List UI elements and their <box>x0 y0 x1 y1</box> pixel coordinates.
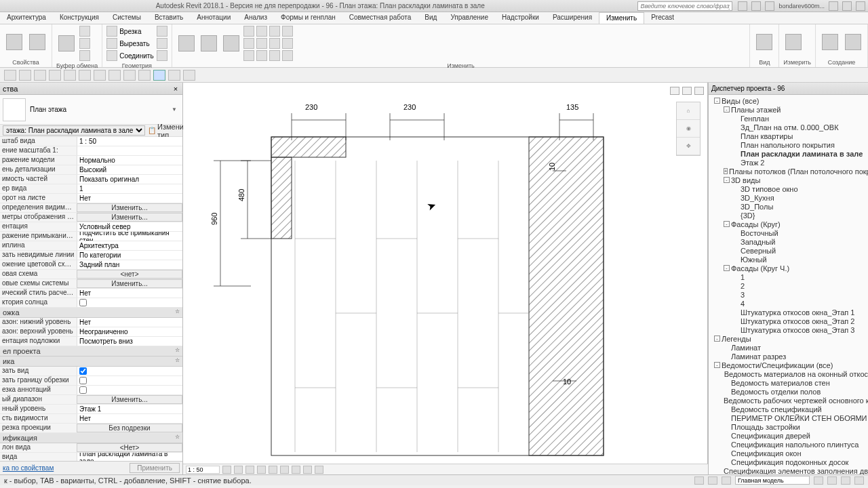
opt-3[interactable] <box>34 70 46 81</box>
create-button-2[interactable] <box>843 28 863 56</box>
sun-path-icon[interactable] <box>245 466 254 474</box>
prop-category[interactable]: ификация☆ <box>0 433 182 443</box>
ribbon-tab-0[interactable]: Архитектура <box>0 12 53 24</box>
opt-4[interactable] <box>49 70 61 81</box>
prop-value[interactable]: Высокий <box>77 165 182 174</box>
tree-node[interactable]: Ведомость материалов на оконный откос <box>709 369 868 378</box>
help-icon[interactable] <box>842 1 852 11</box>
measure-button[interactable] <box>783 28 804 56</box>
tree-node[interactable]: Ведомость материалов стен <box>709 378 868 387</box>
copy-icon[interactable] <box>79 38 90 49</box>
mod-d2[interactable] <box>282 38 293 49</box>
sb-icon-1[interactable] <box>694 476 704 485</box>
prop-checkbox[interactable] <box>79 299 87 306</box>
prop-value[interactable] <box>77 386 182 394</box>
opt-6[interactable] <box>79 70 91 81</box>
tree-node[interactable]: План раскладки ламината в зале <box>709 149 868 158</box>
username-label[interactable]: bondarev600m... <box>778 3 825 9</box>
user-icon[interactable] <box>765 1 774 11</box>
mod-d3[interactable] <box>282 50 293 61</box>
prop-value[interactable]: 1 : 50 <box>77 137 182 146</box>
ribbon-tab-2[interactable]: Системы <box>106 12 148 24</box>
ribbon-tab-1[interactable]: Конструкция <box>53 12 106 24</box>
tree-node[interactable]: Штукатурка откосов окна_Этап 1 <box>709 308 868 317</box>
nav-home-icon[interactable]: ⌂ <box>677 102 700 120</box>
tree-node[interactable]: Ведомость спецификаций <box>709 405 868 413</box>
sb-icon-4[interactable] <box>814 476 823 485</box>
tree-node[interactable]: Площадь застройки <box>709 422 868 431</box>
prop-value[interactable]: Посмотреть вниз <box>77 337 182 346</box>
opt-9[interactable] <box>123 70 136 81</box>
prop-category[interactable]: ел проекта☆ <box>0 346 182 357</box>
tree-node[interactable]: -Фасады (Круг) <box>709 220 868 228</box>
tree-node[interactable]: Западный <box>709 237 868 246</box>
apply-button[interactable]: Применить <box>130 463 180 473</box>
tree-node[interactable]: Спецификация дверей <box>709 431 868 440</box>
tree-node[interactable]: 3D_Полы <box>709 202 868 211</box>
rotate-button[interactable] <box>221 30 241 57</box>
prop-checkbox[interactable] <box>79 367 87 375</box>
prop-checkbox[interactable] <box>79 386 87 394</box>
chevron-down-icon[interactable]: ▼ <box>172 106 180 113</box>
tree-node[interactable]: Восточный <box>709 228 868 237</box>
sb-icon-6[interactable] <box>841 476 850 485</box>
drawing-canvas[interactable]: 230 230 135 480 960 10 10 ➤ ⌂ ◉ ✥ <box>183 83 708 464</box>
prop-value[interactable]: Архитектура <box>77 241 182 250</box>
tree-node[interactable]: -Виды (все) <box>709 96 868 105</box>
tree-node[interactable]: -Легенды <box>709 334 868 343</box>
ribbon-tab-4[interactable]: Аннотации <box>190 12 237 24</box>
opt-5[interactable] <box>64 70 76 81</box>
tree-toggle-icon[interactable]: - <box>714 362 720 368</box>
prop-checkbox[interactable] <box>79 377 87 384</box>
tree-node[interactable]: 2 <box>709 281 868 290</box>
prop-category[interactable]: ожка☆ <box>0 308 182 318</box>
prop-value[interactable]: По категории <box>77 251 182 260</box>
tree-toggle-icon[interactable]: - <box>724 265 730 271</box>
match-icon[interactable] <box>79 50 90 61</box>
tree-node[interactable]: План напольного покрытия <box>709 140 868 149</box>
tree-node[interactable]: Спецификация подоконных досок <box>709 458 868 466</box>
view-close-icon[interactable] <box>694 87 704 95</box>
ribbon-tab-3[interactable]: Вставить <box>148 12 190 24</box>
star-icon[interactable] <box>751 1 761 11</box>
prop-value[interactable]: 1 <box>77 184 182 193</box>
minimize-icon[interactable] <box>856 1 865 11</box>
main-model-select[interactable] <box>735 476 810 485</box>
view-max-icon[interactable] <box>682 87 692 95</box>
tree-node[interactable]: Штукатурка откосов окна_Этап 3 <box>709 325 868 334</box>
cope-icon[interactable] <box>106 26 117 37</box>
prop-value[interactable] <box>77 376 182 385</box>
tree-toggle-icon[interactable]: - <box>724 106 730 113</box>
modify-button[interactable] <box>4 28 24 56</box>
tree-toggle-icon[interactable]: - <box>714 98 720 104</box>
crop-region-icon[interactable] <box>280 466 289 474</box>
mod-a3[interactable] <box>243 50 254 61</box>
properties-button[interactable] <box>27 28 47 56</box>
prop-value-button[interactable]: Изменить... <box>77 203 182 212</box>
prop-value-button[interactable]: Изменить... <box>77 213 182 222</box>
tree-node[interactable]: Спецификация элементов заполнения дверны… <box>709 466 868 474</box>
hide-isolate-icon[interactable] <box>292 466 300 474</box>
scale-display[interactable]: 1 : 50 <box>186 466 220 474</box>
tree-node[interactable]: Этаж 2 <box>709 158 868 167</box>
mod-b2[interactable] <box>256 38 267 49</box>
cut-icon[interactable] <box>79 26 90 37</box>
tree-node[interactable]: Спецификация напольного плинтуса <box>709 440 868 449</box>
prop-value[interactable] <box>77 367 182 375</box>
prop-value[interactable]: Задний план <box>77 260 182 269</box>
prop-value[interactable]: Нет <box>77 289 182 298</box>
prop-value[interactable]: Нет <box>77 414 182 423</box>
navigation-bar[interactable]: ⌂ ◉ ✥ <box>676 102 701 156</box>
tree-node[interactable]: 3D типовое окно <box>709 184 868 193</box>
join-icon[interactable] <box>106 50 117 61</box>
prop-value-button[interactable]: Изменить... <box>77 395 182 404</box>
geom-icon-1[interactable] <box>157 26 167 37</box>
prop-value-button[interactable]: Без подрезки <box>77 424 182 432</box>
prop-value-button[interactable]: <Нет> <box>77 443 182 452</box>
prop-value[interactable]: Нет <box>77 318 182 327</box>
subscription-icon[interactable] <box>738 1 747 11</box>
prop-value[interactable] <box>77 298 182 307</box>
tree-node[interactable]: Ведомость отделки полов <box>709 387 868 396</box>
visual-style-icon[interactable] <box>234 466 243 474</box>
move-button[interactable] <box>176 30 197 57</box>
